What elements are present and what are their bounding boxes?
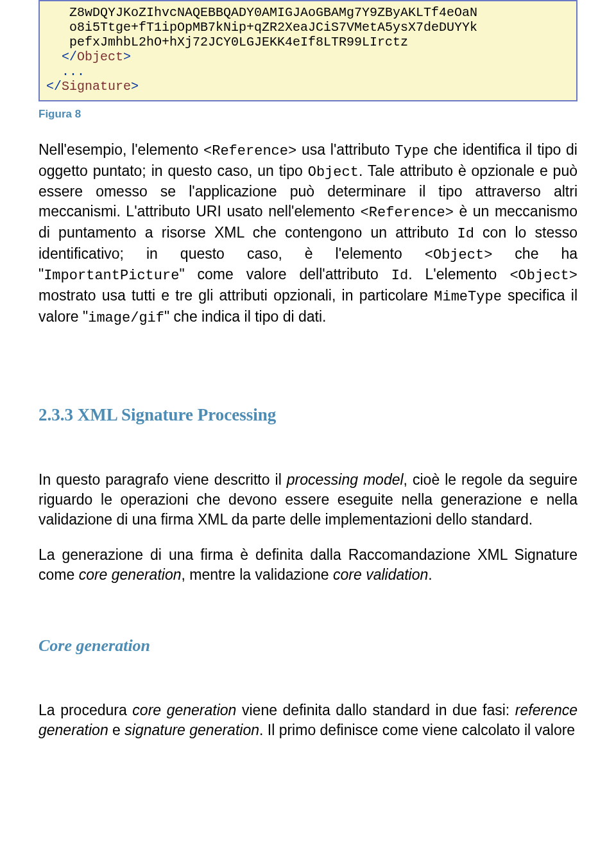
text-run: Nell'esempio, l'elemento — [38, 141, 203, 158]
code-block: Z8wDQYJKoZIhvcNAQEBBQADY0AMIGJAoGBAMg7Y9… — [38, 0, 578, 101]
code-tag-open: </ — [46, 49, 77, 64]
subsection-heading: Core generation — [38, 636, 578, 655]
text-run: usa l'attributo — [296, 141, 395, 158]
code-tag-name: Signature — [62, 79, 131, 94]
code-inline: Id — [458, 226, 474, 242]
code-inline: Id — [391, 268, 408, 284]
italic-term: processing model — [287, 471, 404, 488]
code-inline: <Reference> — [203, 143, 296, 159]
text-run: . — [428, 566, 432, 583]
text-run: mostrato usa tutti e tre gli attributi o… — [38, 287, 434, 304]
code-line: ... — [46, 64, 85, 79]
paragraph-4: La procedura core generation viene defin… — [38, 700, 578, 740]
code-line: Z8wDQYJKoZIhvcNAQEBBQADY0AMIGJAoGBAMg7Y9… — [46, 5, 477, 20]
text-run: " come valore dell'attributo — [179, 266, 391, 282]
code-tag-name: Object — [77, 49, 123, 64]
code-tag-close: > — [131, 79, 139, 94]
code-inline: Type — [395, 143, 429, 159]
italic-term: core generation — [132, 702, 236, 718]
code-line: pefxJmhbL2hO+hXj72JCY0LGJEKK4eIf8LTR99LI… — [46, 35, 408, 49]
code-inline: image/gif — [88, 310, 164, 326]
text-run: . L'elemento — [408, 266, 509, 282]
italic-term: core validation — [333, 566, 428, 583]
code-inline: Object — [308, 164, 359, 180]
code-inline: <Object> — [509, 268, 578, 284]
text-run: In questo paragrafo viene descritto il — [38, 471, 287, 488]
code-inline: ImportantPicture — [44, 268, 179, 284]
code-inline: MimeType — [434, 289, 502, 305]
code-line: o8i5Ttge+fT1ipOpMB7kNip+qZR2XeaJCiS7VMet… — [46, 20, 477, 35]
text-run: viene definita dallo standard in due fas… — [236, 702, 515, 718]
paragraph-1: Nell'esempio, l'elemento <Reference> usa… — [38, 140, 578, 328]
code-tag-close: > — [123, 49, 131, 64]
code-inline: <Reference> — [361, 205, 454, 221]
paragraph-3: La generazione di una firma è definita d… — [38, 545, 578, 585]
text-run: . Il primo definisce come viene calcolat… — [259, 722, 575, 738]
text-run: , mentre la validazione — [181, 566, 333, 583]
italic-term: core generation — [79, 566, 182, 583]
text-run: " che indica il tipo di dati. — [164, 308, 326, 325]
italic-term: signature generation — [124, 722, 259, 738]
section-heading: 2.3.3 XML Signature Processing — [38, 405, 578, 425]
figure-caption: Figura 8 — [38, 108, 578, 121]
document-page: Z8wDQYJKoZIhvcNAQEBBQADY0AMIGJAoGBAMg7Y9… — [0, 0, 616, 781]
code-inline: <Object> — [425, 247, 493, 263]
text-run: e — [108, 722, 125, 738]
paragraph-2: In questo paragrafo viene descritto il p… — [38, 470, 578, 530]
code-tag-open: </ — [46, 79, 62, 94]
text-run: La procedura — [38, 702, 132, 718]
